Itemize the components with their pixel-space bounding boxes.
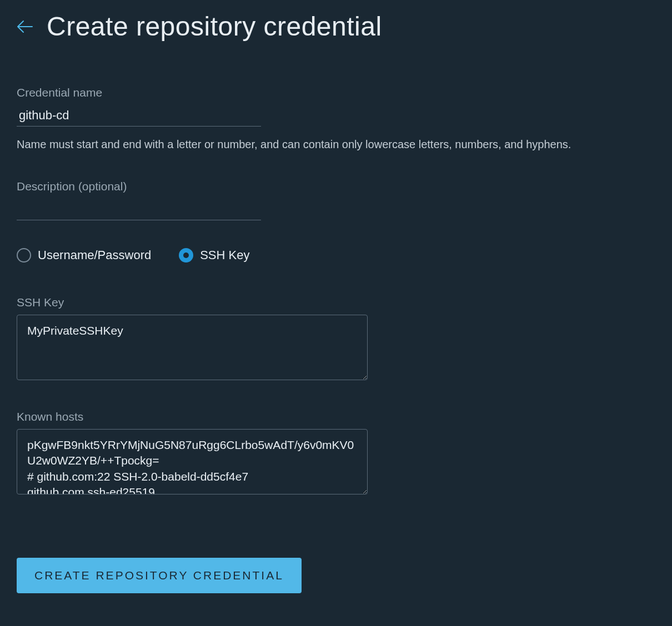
page-header: Create repository credential [17, 11, 655, 42]
credential-name-input[interactable] [17, 105, 261, 127]
radio-circle-icon [17, 248, 31, 262]
radio-circle-selected-icon [179, 248, 193, 262]
radio-username-password[interactable]: Username/Password [17, 248, 151, 262]
description-group: Description (optional) [17, 180, 655, 220]
radio-dot-icon [183, 253, 189, 258]
known-hosts-label: Known hosts [17, 410, 655, 423]
credential-name-help: Name must start and end with a letter or… [17, 137, 655, 152]
radio-label-username-password: Username/Password [38, 248, 151, 262]
known-hosts-textarea[interactable] [17, 429, 368, 494]
back-arrow-icon[interactable] [17, 20, 33, 33]
credential-name-label: Credential name [17, 86, 655, 99]
radio-label-ssh-key: SSH Key [200, 248, 249, 262]
known-hosts-group: Known hosts [17, 410, 655, 497]
ssh-key-label: SSH Key [17, 296, 655, 309]
create-credential-button[interactable]: CREATE REPOSITORY CREDENTIAL [17, 558, 302, 593]
page-title: Create repository credential [47, 11, 382, 42]
radio-ssh-key[interactable]: SSH Key [179, 248, 249, 262]
description-input[interactable] [17, 199, 261, 220]
description-label: Description (optional) [17, 180, 655, 193]
ssh-key-textarea[interactable] [17, 315, 368, 380]
ssh-key-group: SSH Key [17, 296, 655, 382]
auth-type-radio-group: Username/Password SSH Key [17, 248, 655, 262]
credential-name-group: Credential name Name must start and end … [17, 86, 655, 152]
